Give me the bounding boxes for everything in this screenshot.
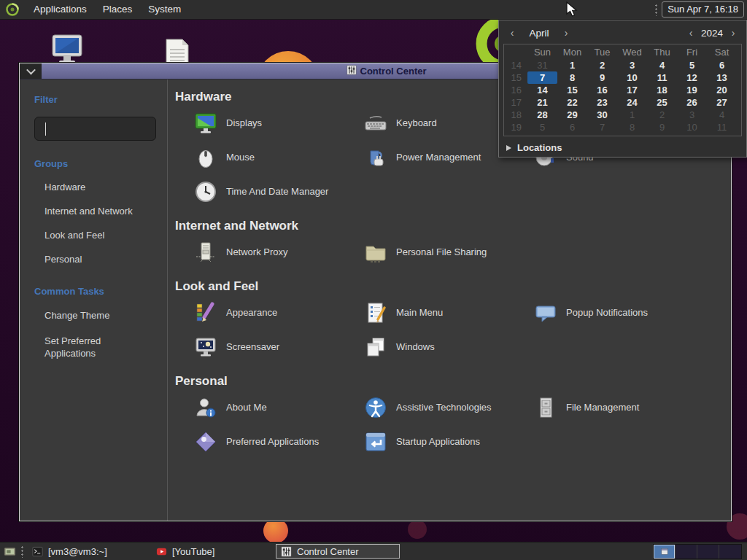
calendar-day[interactable]: 2 [647, 109, 677, 121]
launcher-file-management[interactable]: File Management [534, 396, 704, 419]
launcher-time-and-date-manager[interactable]: Time And Date Manager [194, 180, 364, 203]
calendar-day[interactable]: 11 [707, 121, 737, 133]
calendar-day[interactable]: 29 [557, 109, 587, 121]
calendar-day[interactable]: 5 [677, 59, 707, 71]
calendar-day[interactable]: 31 [527, 59, 557, 71]
taskbar-task-control-center[interactable]: Control Center [276, 544, 400, 559]
calendar-day[interactable]: 6 [557, 121, 587, 133]
calendar-day[interactable]: 19 [677, 84, 707, 96]
calendar-day[interactable]: 8 [557, 71, 587, 84]
chevron-down-icon [26, 66, 36, 75]
workspace-3[interactable] [697, 545, 719, 559]
calendar-day[interactable]: 9 [647, 121, 677, 133]
launcher-main-menu[interactable]: Main Menu [364, 301, 534, 324]
calendar-day[interactable]: 14 [527, 84, 557, 96]
week-number: 14 [506, 59, 527, 71]
workspace-1[interactable] [654, 545, 676, 559]
calendar-day[interactable]: 20 [707, 84, 737, 96]
calendar-day[interactable]: 25 [647, 96, 677, 109]
calendar-day[interactable]: 24 [617, 96, 647, 109]
launcher-preferred-applications[interactable]: Preferred Applications [194, 430, 364, 454]
calendar-day[interactable]: 9 [587, 71, 617, 84]
common-task-set-preferred-applications[interactable]: Set Preferred Applications [34, 328, 138, 366]
launcher-assistive-technologies[interactable]: Assistive Technologies [364, 396, 534, 419]
calendar-day[interactable]: 16 [587, 84, 617, 96]
calendar-nav: ‹ April › ‹ 2024 › [499, 20, 746, 42]
calendar-day[interactable]: 15 [557, 84, 587, 96]
calendar-day[interactable]: 11 [647, 71, 677, 84]
sidebar-group-look-and-feel[interactable]: Look and Feel [34, 223, 167, 247]
calendar-day[interactable]: 27 [707, 96, 737, 109]
calendar-day[interactable]: 3 [617, 59, 647, 71]
search-box[interactable] [34, 117, 156, 141]
power-management-icon [364, 146, 387, 169]
calendar-day[interactable]: 28 [527, 109, 557, 121]
next-month-button[interactable]: › [560, 27, 572, 39]
taskbar-task-vm3-vm3[interactable]: [vm3@vm3:~] [28, 544, 152, 559]
calendar-day[interactable]: 6 [707, 59, 737, 71]
workspace-2[interactable] [676, 545, 697, 559]
menu-places[interactable]: Places [95, 0, 141, 19]
launcher-about-me[interactable]: About Me [194, 396, 364, 419]
search-input[interactable] [45, 122, 177, 136]
locations-expander[interactable]: Locations [499, 136, 746, 153]
calendar-day-selected[interactable]: 7 [527, 71, 557, 84]
window-title-icon-slot [347, 65, 357, 77]
common-task-change-theme[interactable]: Change Theme [34, 303, 138, 328]
calendar-day[interactable]: 7 [587, 121, 617, 133]
calendar-day[interactable]: 22 [557, 96, 587, 109]
launcher-windows[interactable]: Windows [364, 335, 534, 359]
calendar-day[interactable]: 1 [557, 59, 587, 71]
clock-button[interactable]: Sun Apr 7, 16:18 [662, 1, 744, 18]
day-header-fri: Fri [677, 46, 707, 59]
personal-file-sharing-icon [364, 241, 387, 264]
taskbar-grip[interactable] [20, 545, 25, 558]
calendar-day[interactable]: 18 [647, 84, 677, 96]
sidebar-group-personal[interactable]: Personal [34, 247, 167, 271]
sidebar-group-hardware[interactable]: Hardware [34, 175, 167, 199]
menu-system[interactable]: System [140, 0, 189, 19]
calendar-day[interactable]: 12 [677, 71, 707, 84]
launcher-personal-file-sharing[interactable]: Personal File Sharing [364, 241, 534, 264]
calendar-day[interactable]: 26 [677, 96, 707, 109]
window-menu-button[interactable] [20, 63, 42, 79]
taskbar-task-youtube[interactable]: [YouTube] [152, 544, 276, 559]
calendar-day[interactable]: 23 [587, 96, 617, 109]
calendar-day[interactable]: 8 [617, 121, 647, 133]
launcher-displays[interactable]: Displays [194, 112, 364, 135]
calendar-day[interactable]: 5 [527, 121, 557, 133]
launcher-appearance[interactable]: Appearance [194, 301, 364, 324]
sidebar-group-internet-and-network[interactable]: Internet and Network [34, 199, 167, 223]
prev-month-button[interactable]: ‹ [506, 27, 518, 39]
items-grid: Network ProxyPersonal File Sharing [175, 235, 731, 269]
calendar-day[interactable]: 10 [617, 71, 647, 84]
calendar-day[interactable]: 21 [527, 96, 557, 109]
calendar-day[interactable]: 4 [707, 109, 737, 121]
launcher-label: Keyboard [396, 117, 437, 128]
calendar-day[interactable]: 13 [707, 71, 737, 84]
launcher-mouse[interactable]: Mouse [194, 146, 364, 169]
calendar-day[interactable]: 3 [677, 109, 707, 121]
week-number: 18 [506, 109, 527, 121]
launcher-startup-applications[interactable]: Startup Applications [364, 430, 534, 454]
calendar-day[interactable]: 17 [617, 84, 647, 96]
calendar-day[interactable]: 4 [647, 59, 677, 71]
calendar-day[interactable]: 10 [677, 121, 707, 133]
launcher-screensaver[interactable]: Screensaver [194, 335, 364, 359]
sidebar: Filter Groups HardwareInternet and Netwo… [20, 79, 168, 521]
file-management-icon [534, 396, 557, 419]
menu-applications[interactable]: Applications [26, 0, 95, 19]
prev-year-button[interactable]: ‹ [685, 27, 697, 39]
workspace-4[interactable] [719, 545, 741, 559]
calendar-day[interactable]: 2 [587, 59, 617, 71]
panel-grip[interactable] [654, 3, 659, 16]
show-desktop-button[interactable] [2, 545, 17, 558]
calendar-day[interactable]: 30 [587, 109, 617, 121]
calendar-day[interactable]: 1 [617, 109, 647, 121]
next-year-button[interactable]: › [727, 27, 739, 39]
main-menu-icon [364, 301, 387, 324]
launcher-network-proxy[interactable]: Network Proxy [194, 241, 364, 264]
launcher-popup-notifications[interactable]: Popup Notifications [534, 301, 704, 324]
network-proxy-icon [194, 241, 217, 264]
section-title-look-and-feel: Look and Feel [175, 279, 731, 294]
